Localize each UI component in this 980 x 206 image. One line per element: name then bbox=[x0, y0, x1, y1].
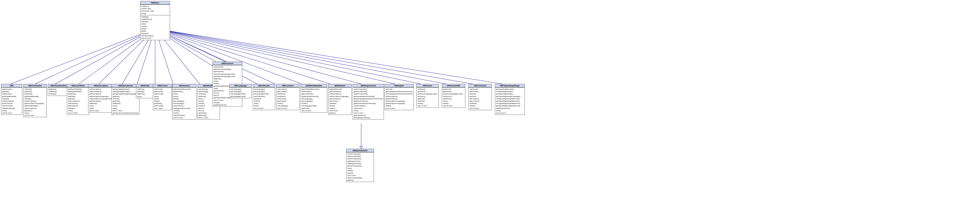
class-imdrequirement-header: IMDRequirement bbox=[353, 84, 384, 87]
class-imdlifecycle-header: IMDLifecycle bbox=[253, 84, 275, 87]
svg-line-15 bbox=[155, 29, 330, 84]
class-imdcontribute-header: IMDContribute bbox=[67, 84, 89, 87]
class-imdgeneral-header: IMDGeneral bbox=[172, 84, 196, 87]
class-imdclassification: IMDClassification getEntry() addEntry() … bbox=[48, 84, 69, 96]
class-imdrelation: IMDRelation getIdentifierList() getDescr… bbox=[328, 84, 352, 115]
class-imdlocation-methods: setLocation() getLocation() setStatus() … bbox=[277, 87, 299, 110]
class-imddescription-header: IMDDescription bbox=[88, 84, 114, 87]
class-imdqcomposite: IMDQComposite setOrComposite() getOrComp… bbox=[346, 149, 374, 182]
class-imdtechnical-methods: setFormat() getFormat() setSize() getSiz… bbox=[469, 87, 492, 110]
class-imdeducational: IMDEducational getTypicalAgeRange() addT… bbox=[111, 84, 139, 115]
svg-line-20 bbox=[155, 29, 473, 84]
class-imdlanguage-header: IMDLanguage bbox=[230, 84, 251, 87]
class-imdformat-header: IMDFormat bbox=[153, 84, 172, 87]
class-imddescription-methods: setDescription() addDescription() getDes… bbox=[88, 87, 114, 112]
class-imdrights: IMDRights setCost() getCopyrightAndOther… bbox=[385, 84, 414, 110]
class-imdtaxonpath: IMDTaxonPath getTaxon() getSource() getT… bbox=[442, 84, 465, 108]
class-imdrequirement: IMDRequirement setOrComposite() getOrCom… bbox=[353, 84, 384, 120]
class-imdformat-methods: setFormat() getFormat() addFormat() save… bbox=[153, 87, 172, 110]
class-imdlanguage: IMDLanguage setLanguage() getLanguage() … bbox=[229, 84, 252, 98]
class-imdentity-methods: setEntry() getEntry() addEntry() save() bbox=[136, 87, 154, 98]
class-imdannotation: IMDAnnotation setEntry() getEntry() addE… bbox=[23, 84, 47, 117]
class-imdrequirement-methods: setOrComposite() getOrComposite() addOrC… bbox=[353, 87, 384, 119]
class-imdgeneral: IMDGeneral getPrelinkedElements() getIde… bbox=[172, 84, 197, 120]
class-imdmetametadata-methods: getPrelinkedElements() setIdentifier() g… bbox=[301, 87, 327, 112]
class-imdeducational-methods: getTypicalAgeRange() addTypicalAgeRange(… bbox=[112, 87, 139, 115]
class-imdbase: IMDBase $ IMDb_id $ IMDb_type $ forecast… bbox=[140, 1, 170, 40]
class-imdrights-header: IMDRights bbox=[385, 84, 414, 87]
class-imdcontribute: IMDContribute getTaxonPathIds() getMetaM… bbox=[67, 84, 89, 115]
svg-line-19 bbox=[155, 29, 446, 84]
class-imdrelation-header: IMDRelation bbox=[328, 84, 352, 87]
class-imdbase-methods: setIMDb() setIMDbACo() setDate() setN() … bbox=[140, 15, 170, 40]
class-imdqcomposite-header: IMDQComposite bbox=[347, 149, 374, 152]
class-imdclassification-methods: getEntry() addEntry() setEntry() bbox=[48, 87, 69, 96]
svg-line-0 bbox=[11, 29, 155, 84]
class-imdtaxon: IMDTaxon setTaxon() getTaxon() getTaxonL… bbox=[417, 84, 439, 108]
svg-line-17 bbox=[155, 29, 395, 84]
class-imdmetametadata: IMDMetaMetadata getPrelinkedElements() s… bbox=[301, 84, 327, 112]
class-imdtypicalagerange: IMDTypicalAgeRange getPrelinkedElements(… bbox=[495, 84, 525, 115]
class-imdentity: IMDEntity setEntry() getEntry() addEntry… bbox=[136, 84, 154, 98]
svg-line-16 bbox=[155, 29, 361, 84]
class-imdrights-methods: setCost() getCopyrightAndOtherRestrictio… bbox=[385, 87, 414, 110]
class-imdkeyword-header: IMDKeyword bbox=[213, 62, 242, 65]
svg-line-21 bbox=[155, 29, 503, 84]
class-imddescription: IMDDescription setDescription() addDescr… bbox=[88, 84, 114, 112]
class-imdgeneral-methods: getPrelinkedElements() getIdentifier() s… bbox=[172, 87, 196, 119]
class-imdentity-header: IMDEntity bbox=[136, 84, 154, 87]
class-imdtechnical-header: IMDTechnical bbox=[469, 84, 492, 87]
class-imdtypicalagerange-header: IMDTypicalAgeRange bbox=[495, 84, 525, 87]
class-imdlifecycle: IMDLifecycle setLanguage() getLanguage()… bbox=[253, 84, 275, 110]
class-imdannotation-header: IMDAnnotation bbox=[24, 84, 46, 87]
class-imdtaxonpath-methods: getTaxon() getSource() getTaxonLanguageC… bbox=[442, 87, 465, 108]
class-imdbase-header: IMDBase bbox=[140, 1, 170, 5]
class-imdtaxonpath-header: IMDTaxonPath bbox=[442, 84, 465, 87]
class-imdannotation-methods: setEntry() getEntry() addEntry() getMedi… bbox=[24, 87, 46, 117]
class-imdmetametadata-header: IMDMetaMetadata bbox=[301, 84, 327, 87]
svg-line-1 bbox=[35, 29, 155, 84]
class-imdclassification-header: IMDClassification bbox=[48, 84, 69, 87]
class-imdcontribute-methods: getTaxonPathIds() getMetaMetadat() addEn… bbox=[67, 87, 89, 115]
class-imdtypicalagerange-methods: getPrelinkedElements() setTypicalAgeRang… bbox=[495, 87, 525, 115]
class-imdlifecycle-methods: setLanguage() getLanguage() setLanguageC… bbox=[253, 87, 275, 110]
svg-line-18 bbox=[155, 29, 421, 84]
class-imdrelation-methods: getIdentifierList() getDescription() set… bbox=[328, 87, 352, 115]
svg-marker-23 bbox=[360, 146, 363, 149]
class-imdlanguage-methods: setLanguage() getLanguage() setLanguageC… bbox=[230, 87, 251, 98]
class-imd: IMD getGeneral() getDate() addRecycle() … bbox=[1, 84, 22, 115]
class-imd-header: IMD bbox=[1, 84, 22, 87]
class-imdlocation-header: IMDLocation bbox=[277, 84, 299, 87]
class-imd-methods: getGeneral() getDate() addRecycle() getM… bbox=[1, 87, 22, 115]
class-imdbase-fields: $ IMDb_id $ IMDb_type $ forecast_mode $ … bbox=[140, 5, 170, 15]
diagram-container: IMDBase $ IMDb_id $ IMDb_type $ forecast… bbox=[0, 0, 980, 206]
class-imdlocation: IMDLocation setLocation() getLocation() … bbox=[276, 84, 299, 110]
class-imdformat: IMDFormat setFormat() getFormat() addFor… bbox=[153, 84, 172, 110]
class-imdqcomposite-methods: setOrComposite() getOrComposite() addOrC… bbox=[347, 152, 374, 182]
class-imdtaxon-methods: setTaxon() getTaxon() getTaxonLanguageCo… bbox=[417, 87, 439, 108]
class-imdtaxon-header: IMDTaxon bbox=[417, 84, 439, 87]
class-imdtechnical: IMDTechnical setFormat() getFormat() set… bbox=[468, 84, 492, 110]
class-imdeducational-header: IMDEducational bbox=[112, 84, 139, 87]
